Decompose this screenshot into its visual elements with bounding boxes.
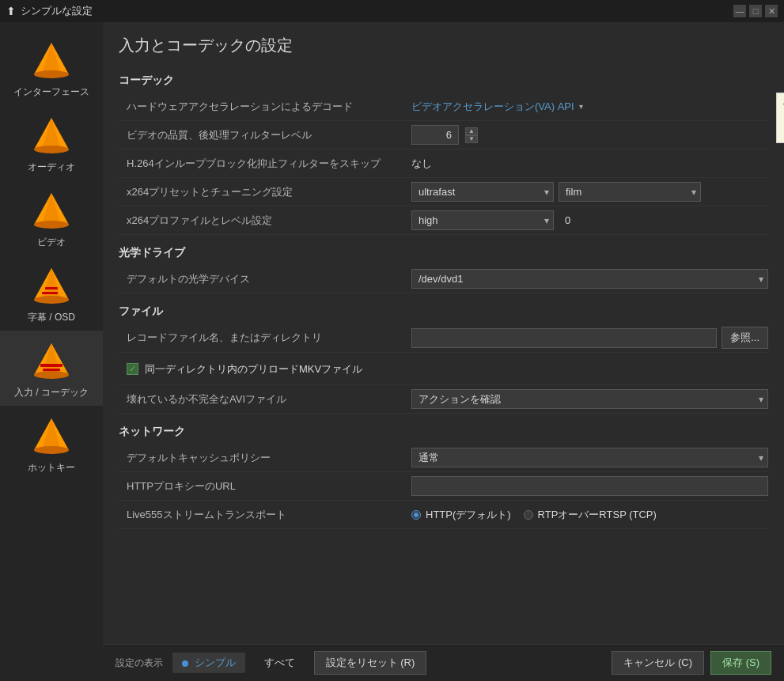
video-quality-row: ビデオの品質、後処理フィルターレベル 6 ▲ ▼ bbox=[119, 121, 768, 149]
sidebar: インターフェース オーディオ bbox=[0, 22, 103, 681]
main-window: ⬆ シンプルな設定 — □ ✕ インターフェース bbox=[0, 0, 784, 681]
x264-profile-select-wrapper: high bbox=[411, 210, 554, 230]
sidebar-item-subtitles[interactable]: 字幕 / OSD bbox=[0, 255, 103, 331]
title-bar-icon: ⬆ bbox=[6, 5, 16, 17]
http-proxy-input[interactable] bbox=[411, 476, 768, 496]
spin-down-button[interactable]: ▼ bbox=[465, 135, 478, 143]
optical-device-select[interactable]: /dev/dvd1 bbox=[411, 269, 768, 289]
svg-point-11 bbox=[34, 296, 69, 304]
x264-level-value: 0 bbox=[565, 214, 570, 226]
record-file-control: 参照... bbox=[411, 327, 768, 349]
radio-http[interactable]: HTTP(デフォルト) bbox=[411, 508, 511, 522]
mkv-preload-row: ✓ 同一ディレクトリ内のプリロードMKVファイル bbox=[119, 353, 768, 385]
record-file-row: レコードファイル名、またはディレクトリ 参照... bbox=[119, 323, 768, 353]
x264-preset-select[interactable]: ultrafast bbox=[411, 182, 554, 202]
cache-policy-label: デフォルトキャッシュポリシー bbox=[119, 451, 411, 465]
cancel-button[interactable]: キャンセル (C) bbox=[612, 651, 704, 675]
svg-point-16 bbox=[34, 371, 69, 379]
svg-point-5 bbox=[34, 146, 69, 153]
tab-simple-dot bbox=[182, 660, 188, 667]
radio-http-label: HTTP(デフォルト) bbox=[426, 508, 511, 522]
sidebar-item-audio[interactable]: オーディオ bbox=[0, 105, 103, 180]
title-bar-buttons: — □ ✕ bbox=[733, 5, 778, 17]
input-icon bbox=[28, 337, 75, 384]
close-button[interactable]: ✕ bbox=[765, 5, 778, 17]
sidebar-label-video: ビデオ bbox=[37, 236, 66, 249]
footer-left: 設定の表示 シンプル すべて 設定をリセット (R) bbox=[116, 651, 426, 675]
sidebar-item-hotkeys[interactable]: ホットキー bbox=[0, 406, 103, 481]
tab-all-label: すべて bbox=[264, 656, 295, 668]
cache-policy-control: 通常 bbox=[411, 448, 768, 467]
radio-rtp[interactable]: RTPオーバーRTSP (TCP) bbox=[524, 508, 657, 522]
hotkeys-icon bbox=[28, 412, 75, 460]
page-title: 入力とコーデックの設定 bbox=[119, 35, 768, 56]
svg-rect-18 bbox=[43, 369, 60, 371]
hw-decode-tooltip: 使用可能な場合、ハードウェアデコーディングを使用します。 bbox=[776, 93, 784, 143]
tab-simple[interactable]: シンプル bbox=[172, 653, 245, 673]
tab-all[interactable]: すべて bbox=[255, 653, 305, 673]
browse-button[interactable]: 参照... bbox=[722, 327, 768, 349]
record-file-label: レコードファイル名、またはディレクトリ bbox=[119, 331, 411, 345]
save-button[interactable]: 保存 (S) bbox=[710, 651, 771, 675]
page-header: 入力とコーデックの設定 bbox=[103, 22, 784, 62]
video-quality-spinner: ▲ ▼ bbox=[465, 127, 478, 143]
subtitles-icon bbox=[28, 262, 75, 309]
hw-decode-label: ハードウェアアクセラレーションによるデコード bbox=[119, 100, 411, 114]
minimize-button[interactable]: — bbox=[733, 5, 746, 17]
h264-filter-control: なし bbox=[411, 157, 768, 171]
title-text: シンプルな設定 bbox=[21, 4, 93, 18]
avi-file-control: アクションを確認 bbox=[411, 389, 768, 409]
cache-policy-select[interactable]: 通常 bbox=[411, 448, 768, 467]
x264-profile-select[interactable]: high bbox=[411, 210, 554, 230]
optical-device-label: デフォルトの光学デバイス bbox=[119, 272, 411, 286]
cache-policy-select-wrapper: 通常 bbox=[411, 448, 768, 467]
sidebar-label-interface: インターフェース bbox=[13, 85, 89, 99]
file-section-title: ファイル bbox=[119, 305, 768, 319]
video-quality-control: 6 ▲ ▼ bbox=[411, 125, 768, 145]
x264-profile-row: x264プロファイルとレベル設定 high 0 bbox=[119, 206, 768, 235]
hw-decode-value[interactable]: ビデオアクセラレーション(VA) API bbox=[411, 100, 574, 114]
svg-rect-12 bbox=[45, 287, 58, 289]
sidebar-label-subtitles: 字幕 / OSD bbox=[28, 311, 75, 324]
avi-file-row: 壊れているか不完全なAVIファイル アクションを確認 bbox=[119, 385, 768, 414]
mkv-preload-checkbox-row[interactable]: ✓ 同一ディレクトリ内のプリロードMKVファイル bbox=[119, 356, 370, 381]
h264-filter-value: なし bbox=[411, 157, 432, 171]
avi-file-select[interactable]: アクションを確認 bbox=[411, 389, 768, 409]
reset-button[interactable]: 設定をリセット (R) bbox=[314, 651, 427, 675]
x264-preset-control: ultrafast film bbox=[411, 182, 768, 202]
sidebar-item-interface[interactable]: インターフェース bbox=[0, 30, 103, 105]
x264-tuning-select[interactable]: film bbox=[559, 182, 701, 202]
radio-http-dot bbox=[411, 510, 421, 520]
cache-policy-row: デフォルトキャッシュポリシー 通常 bbox=[119, 444, 768, 472]
title-bar: ⬆ シンプルな設定 — □ ✕ bbox=[0, 0, 784, 22]
avi-file-select-wrapper: アクションを確認 bbox=[411, 389, 768, 409]
h264-filter-row: H.264インループブロック化抑止フィルターをスキップ なし bbox=[119, 149, 768, 178]
footer: 設定の表示 シンプル すべて 設定をリセット (R) キャンセル (C) 保存 … bbox=[103, 644, 784, 681]
network-section-title: ネットワーク bbox=[119, 425, 768, 439]
http-proxy-label: HTTPプロキシーのURL bbox=[119, 479, 411, 494]
http-proxy-row: HTTPプロキシーのURL bbox=[119, 472, 768, 501]
mkv-preload-checkbox[interactable]: ✓ bbox=[127, 363, 138, 375]
maximize-button[interactable]: □ bbox=[749, 5, 762, 17]
show-settings-label: 設定の表示 bbox=[116, 656, 163, 670]
checkbox-check-icon: ✓ bbox=[129, 364, 136, 374]
hw-decode-control: ビデオアクセラレーション(VA) API ▾ bbox=[411, 100, 768, 114]
x264-preset-row: x264プリセットとチューニング設定 ultrafast film bbox=[119, 178, 768, 206]
live555-radio-group: HTTP(デフォルト) RTPオーバーRTSP (TCP) bbox=[411, 508, 657, 522]
sidebar-item-input[interactable]: 入力 / コーデック bbox=[0, 331, 103, 406]
optical-device-control: /dev/dvd1 bbox=[411, 269, 768, 289]
sidebar-label-hotkeys: ホットキー bbox=[28, 461, 75, 475]
svg-rect-13 bbox=[42, 292, 58, 294]
hw-decode-row: ハードウェアアクセラレーションによるデコード ビデオアクセラレーション(VA) … bbox=[119, 93, 768, 121]
http-proxy-control bbox=[411, 476, 768, 496]
x264-profile-label: x264プロファイルとレベル設定 bbox=[119, 214, 411, 228]
sidebar-item-video[interactable]: ビデオ bbox=[0, 180, 103, 255]
optical-section-title: 光学ドライブ bbox=[119, 246, 768, 260]
spin-up-button[interactable]: ▲ bbox=[465, 127, 478, 135]
video-quality-input[interactable]: 6 bbox=[411, 125, 459, 145]
video-icon bbox=[28, 187, 75, 234]
record-file-input[interactable] bbox=[411, 328, 717, 348]
radio-rtp-label: RTPオーバーRTSP (TCP) bbox=[538, 508, 657, 522]
right-panel: 入力とコーデックの設定 コーデック ハードウェアアクセラレーションによるデコード… bbox=[103, 22, 784, 681]
svg-point-8 bbox=[34, 221, 69, 229]
